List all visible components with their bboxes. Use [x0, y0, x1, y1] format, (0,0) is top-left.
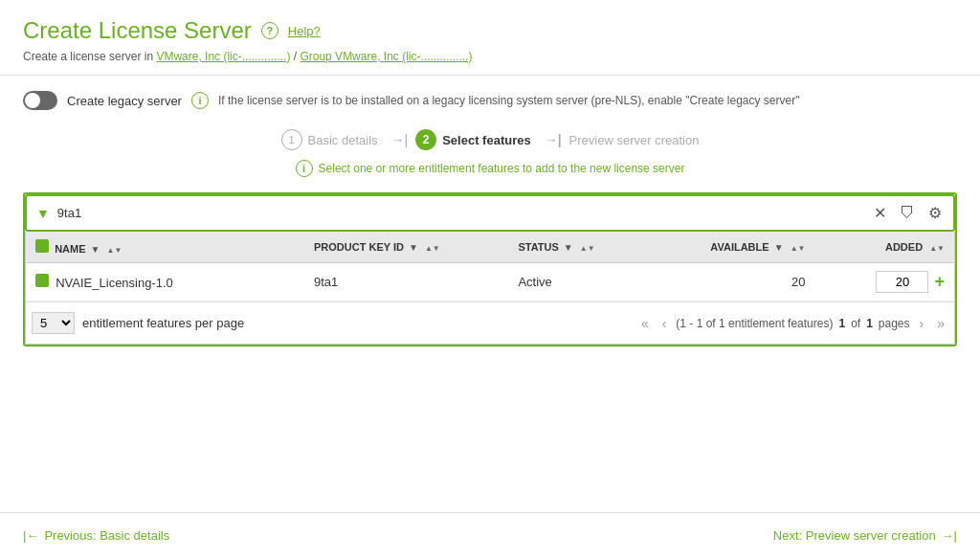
toggle-info-icon[interactable]: i [191, 92, 209, 109]
step3-label: Preview server creation [569, 133, 700, 147]
th-added: ADDED ▲▼ [814, 232, 954, 263]
hint-icon: i [296, 160, 313, 177]
page-of-label: of [851, 317, 860, 330]
pk-sort-icon[interactable]: ▲▼ [425, 244, 440, 253]
table-row: NVAIE_Licensing-1.0 9ta1 Active 20 + [26, 263, 954, 301]
td-product-key: 9ta1 [304, 263, 508, 301]
search-table-container: ▼ ✕ ⛉ ⚙ NAME ▼ [23, 192, 957, 346]
page-range-info: (1 - 1 of 1 entitlement features) [676, 317, 833, 330]
prev-nav-link[interactable]: |← Previous: Basic details [23, 528, 169, 543]
page-title: Create License Server [23, 17, 252, 44]
search-input[interactable] [57, 206, 872, 220]
entitlements-table: NAME ▼ ▲▼ PRODUCT KEY ID ▼ ▲▼ STATUS [26, 232, 954, 301]
help-question-icon[interactable]: ? [261, 22, 278, 39]
th-status: STATUS ▼ ▲▼ [508, 232, 676, 263]
last-page-button[interactable]: » [933, 314, 948, 333]
per-page-label: entitlement features per page [82, 316, 244, 330]
prev-page-button[interactable]: ‹ [658, 314, 671, 333]
step-select-features: 2 Select features →| [415, 129, 568, 150]
td-available: 20 [676, 263, 815, 301]
next-arrow-icon: →| [942, 528, 957, 543]
table-header: NAME ▼ ▲▼ PRODUCT KEY ID ▼ ▲▼ STATUS [26, 232, 954, 263]
breadcrumb-link1[interactable]: VMware, Inc (lic-..............) [156, 50, 290, 63]
per-page-selector: 5 10 25 entitlement features per page [32, 312, 244, 334]
legacy-server-toggle[interactable] [23, 91, 57, 110]
status-filter-icon[interactable]: ▼ [564, 242, 573, 253]
pagination-row: 5 10 25 entitlement features per page « … [26, 301, 954, 344]
filter-icon: ▼ [36, 206, 50, 221]
th-product-key: PRODUCT KEY ID ▼ ▲▼ [304, 232, 508, 263]
status-sort-icon[interactable]: ▲▼ [580, 244, 595, 253]
pagination-info: « ‹ (1 - 1 of 1 entitlement features) 1 … [637, 314, 948, 333]
step2-label: Select features [442, 133, 531, 147]
td-name: NVAIE_Licensing-1.0 [26, 263, 304, 301]
clear-search-button[interactable]: ✕ [872, 202, 888, 224]
toggle-slider [23, 91, 57, 110]
row-checkbox[interactable] [35, 274, 49, 287]
td-status: Active [508, 263, 676, 301]
help-link[interactable]: Help? [288, 24, 321, 38]
table-wrapper: NAME ▼ ▲▼ PRODUCT KEY ID ▼ ▲▼ STATUS [25, 232, 955, 345]
toggle-row: Create legacy server i If the license se… [23, 91, 957, 110]
next-nav-link[interactable]: Next: Preview server creation →| [773, 528, 957, 543]
wizard-steps: 1 Basic details →| 2 Select features →| … [23, 129, 957, 150]
breadcrumb-prefix: Create a license server in [23, 50, 153, 63]
breadcrumb: Create a license server in VMware, Inc (… [23, 50, 957, 63]
next-page-button[interactable]: › [916, 314, 928, 333]
pages-label: pages [879, 317, 910, 330]
search-actions: ✕ ⛉ ⚙ [872, 202, 944, 224]
step2-arrow: →| [545, 132, 562, 147]
pk-filter-icon[interactable]: ▼ [409, 242, 418, 253]
per-page-select[interactable]: 5 10 25 [32, 312, 75, 334]
td-added: + [814, 263, 954, 301]
name-filter-icon[interactable]: ▼ [91, 244, 100, 255]
page-header: Create License Server ? Help? Create a l… [0, 0, 980, 76]
prev-arrow-icon: |← [23, 528, 38, 543]
step-preview: Preview server creation [569, 133, 700, 147]
step1-label: Basic details [308, 133, 378, 147]
step-hint: i Select one or more entitlement feature… [23, 160, 957, 177]
name-sort-icon[interactable]: ▲▼ [107, 246, 122, 255]
available-filter-icon[interactable]: ▼ [774, 242, 784, 253]
settings-button[interactable]: ⚙ [926, 202, 944, 224]
header-checkbox[interactable] [35, 239, 49, 253]
filter-button[interactable]: ⛉ [898, 203, 917, 224]
step1-circle: 1 [281, 129, 302, 150]
add-button[interactable]: + [934, 272, 945, 292]
th-available: AVAILABLE ▼ ▲▼ [676, 232, 815, 263]
step2-circle: 2 [415, 129, 436, 150]
hint-text: Select one or more entitlement features … [319, 162, 685, 175]
current-page: 1 [838, 317, 845, 330]
toggle-info-text: If the license server is to be installed… [218, 94, 799, 107]
step-basic-details: 1 Basic details →| [281, 129, 416, 150]
footer-nav: |← Previous: Basic details Next: Preview… [0, 512, 980, 558]
breadcrumb-link2[interactable]: Group VMware, Inc (lic-...............) [300, 50, 472, 63]
total-pages: 1 [866, 317, 873, 330]
main-content: Create legacy server i If the license se… [0, 76, 980, 512]
search-bar: ▼ ✕ ⛉ ⚙ [25, 194, 955, 232]
step1-arrow: →| [391, 132, 409, 147]
available-sort-icon[interactable]: ▲▼ [791, 244, 806, 253]
th-name: NAME ▼ ▲▼ [26, 232, 304, 263]
toggle-label: Create legacy server [67, 94, 182, 108]
added-sort-icon[interactable]: ▲▼ [929, 244, 945, 253]
added-input[interactable] [876, 271, 928, 293]
first-page-button[interactable]: « [637, 314, 653, 333]
table-body: NVAIE_Licensing-1.0 9ta1 Active 20 + [26, 263, 954, 301]
